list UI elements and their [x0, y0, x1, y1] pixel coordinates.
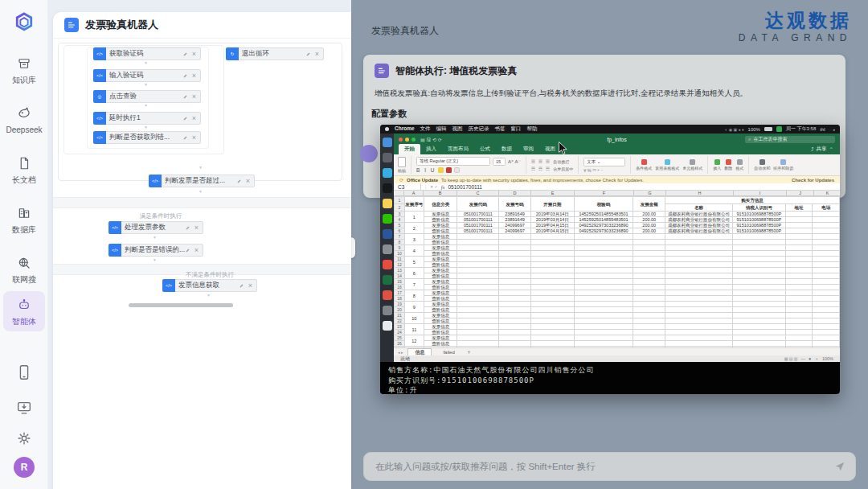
- battery-percent: 100%: [748, 127, 760, 132]
- arrow-down-icon: ▼: [199, 189, 203, 194]
- workflow-node[interactable]: </>输入验证码 ×: [93, 69, 201, 82]
- cell: [574, 330, 633, 335]
- ribbon-button: 条件格式: [636, 159, 652, 171]
- cell: [785, 307, 813, 313]
- knowledge-base-icon: [17, 56, 31, 74]
- close-icon[interactable]: ×: [244, 281, 256, 290]
- cell: [457, 234, 499, 240]
- cell: [785, 234, 813, 240]
- cell: [732, 285, 785, 290]
- cell: [785, 285, 813, 290]
- sidebar-item-deepseek[interactable]: Deepseek: [3, 101, 45, 138]
- cell: [665, 273, 733, 279]
- cell: 91510100698878500P: [732, 217, 785, 223]
- cell: [499, 273, 531, 279]
- close-icon[interactable]: ×: [188, 134, 200, 142]
- cell: [633, 234, 665, 240]
- cell: [530, 279, 574, 285]
- user-avatar[interactable]: R: [14, 457, 35, 478]
- send-icon[interactable]: [834, 461, 845, 472]
- cell: [665, 251, 733, 257]
- workflow-node[interactable]: </>处理发票参数 ×: [108, 221, 203, 234]
- sidebar-item-label: 知识库: [12, 76, 36, 84]
- message-title: 智能体执行: 增值税发票验真: [395, 64, 517, 78]
- cell: 9: [404, 302, 424, 313]
- execution-screenshot-viewport[interactable]: Chrome文件编辑视图历史记录书签窗口帮助 ◐ ◉ ▣ ● ♦ 100% 周一…: [380, 125, 840, 394]
- cell: [530, 268, 574, 273]
- office-update-banner: ⟳ Office Update To keep up-to-date with …: [394, 176, 840, 183]
- node-label: 处理发票参数: [121, 223, 186, 232]
- workflow-node-exit-loop[interactable]: ↻退出循环 ×: [226, 47, 324, 60]
- close-icon[interactable]: ×: [311, 50, 323, 58]
- ribbon-button-label: 排序和筛选: [773, 166, 793, 171]
- row-number: 15: [395, 279, 405, 285]
- sidebar-item-websearch[interactable]: 联网搜: [3, 251, 45, 288]
- mobile-device-icon[interactable]: [15, 364, 33, 381]
- column-header: B: [424, 191, 457, 195]
- close-icon[interactable]: ×: [188, 114, 200, 122]
- ribbon-button-label: 套用表格格式: [655, 166, 679, 171]
- console-line: 销售方名称:中国石油天然气股份有限公司四川销售分公司: [388, 365, 832, 376]
- sheet-search-placeholder: 在工作表中搜索: [753, 136, 787, 143]
- cell: 发票信息: [424, 290, 457, 296]
- cell: [457, 313, 499, 318]
- cell: [633, 318, 665, 324]
- cell: 23891649: [499, 217, 531, 223]
- node-label: 退出循环: [239, 49, 306, 59]
- cell: [457, 279, 499, 285]
- cell: [665, 330, 733, 335]
- cell: [665, 234, 733, 240]
- cell: 23891649: [499, 212, 531, 217]
- cell: [574, 318, 633, 324]
- status-bar: 就绪 ▦ ▤ ▥—●＋100%: [394, 355, 840, 362]
- row-number: 4: [395, 217, 405, 223]
- cell: [785, 335, 813, 341]
- loop-icon: ↻: [226, 47, 239, 60]
- sidebar-item-longdoc[interactable]: 长文档: [3, 151, 45, 188]
- cell: [732, 251, 785, 257]
- close-icon[interactable]: ×: [190, 224, 203, 232]
- excel-window: ▤ 🖫 ⟲ ⟳ fp_infos ⌕ 在工作表中搜索 开始插入页面布局公式数据审…: [394, 134, 840, 394]
- workflow-node[interactable]: </>判断是否获取到错... ×: [93, 131, 201, 144]
- cell: [530, 302, 574, 307]
- close-icon[interactable]: ×: [190, 246, 203, 254]
- brand-name: 达观数据: [739, 10, 852, 31]
- cell: [633, 296, 665, 302]
- close-icon[interactable]: ×: [188, 50, 200, 58]
- close-icon[interactable]: ×: [188, 92, 200, 101]
- menu-item: 编辑: [436, 125, 447, 133]
- chat-input[interactable]: [364, 462, 834, 471]
- gear-icon[interactable]: [15, 429, 33, 447]
- dock-icon-wechat: [383, 214, 392, 224]
- workflow-node-judge[interactable]: </>判断发票是否超过... ×: [149, 175, 255, 187]
- cell: [785, 262, 813, 268]
- workflow-node[interactable]: ◎点击查验 ×: [93, 90, 201, 103]
- sidebar-item-database[interactable]: 数据库: [3, 201, 45, 238]
- close-icon[interactable]: ×: [188, 72, 200, 80]
- sidebar-item-knowledge[interactable]: 知识库: [3, 51, 45, 88]
- cell: [499, 262, 531, 268]
- message-description: 增值税发票验真:自动将发票信息上传到验证平台,与税务机关的数据库进行比对,全程记…: [375, 87, 837, 99]
- cell: [457, 290, 499, 296]
- sidebar: 知识库 Deepseek 长文档 数据库 联网搜 智能体 R: [0, 0, 48, 489]
- branch-true-label: 满足条件时执行: [96, 212, 225, 220]
- app-logo-icon[interactable]: [13, 11, 35, 34]
- cell: [785, 330, 813, 335]
- cell: [813, 273, 840, 279]
- horizontal-scrollbar[interactable]: [129, 303, 233, 307]
- cell: 12: [404, 335, 424, 347]
- monitor-download-icon[interactable]: [15, 399, 33, 417]
- cell: [732, 262, 785, 268]
- cell: [574, 313, 633, 318]
- sidebar-item-agent[interactable]: 智能体: [3, 291, 45, 331]
- cell: [499, 324, 531, 330]
- workflow-node[interactable]: </>获取验证码 ×: [93, 47, 201, 60]
- cell: [499, 245, 531, 251]
- cell: [457, 296, 499, 302]
- workflow-node[interactable]: </>延时执行1 ×: [93, 112, 201, 125]
- workflow-node[interactable]: </>发票信息获取 ×: [162, 279, 257, 292]
- workflow-node[interactable]: </>判断是否是错误的... ×: [108, 244, 203, 257]
- close-icon[interactable]: ×: [242, 177, 254, 185]
- cell: 2019年04月15日: [530, 228, 574, 234]
- input-method: thl: [820, 127, 825, 132]
